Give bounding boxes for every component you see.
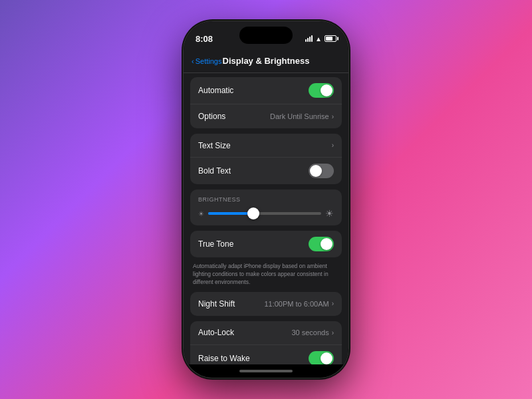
lock-group: Auto-Lock 30 seconds › Raise to Wake bbox=[190, 321, 342, 364]
brightness-label: BRIGHTNESS bbox=[198, 196, 334, 203]
night-shift-right: 11:00PM to 6:00AM › bbox=[264, 300, 334, 308]
back-button[interactable]: ‹ Settings bbox=[192, 57, 221, 65]
auto-lock-right: 30 seconds › bbox=[291, 329, 334, 336]
night-shift-group: Night Shift 11:00PM to 6:00AM › bbox=[190, 292, 342, 316]
night-shift-chevron-icon: › bbox=[332, 300, 334, 307]
options-chevron-icon: › bbox=[332, 113, 334, 120]
options-label: Options bbox=[198, 112, 225, 121]
battery-icon bbox=[325, 35, 336, 42]
settings-content[interactable]: Automatic Options Dark Until Sunrise › T… bbox=[184, 73, 348, 364]
appearance-group: Automatic Options Dark Until Sunrise › bbox=[190, 77, 342, 128]
bold-text-row[interactable]: Bold Text bbox=[190, 158, 342, 184]
nav-bar: ‹ Settings Display & Brightness bbox=[184, 49, 348, 73]
options-row[interactable]: Options Dark Until Sunrise › bbox=[190, 104, 342, 128]
raise-to-wake-toggle[interactable] bbox=[309, 351, 334, 364]
options-value: Dark Until Sunrise bbox=[270, 112, 329, 120]
phone-frame: 8:08 ▲ ‹ Settings Display & bbox=[184, 21, 348, 378]
auto-lock-label: Auto-Lock bbox=[198, 328, 234, 337]
raise-to-wake-label: Raise to Wake bbox=[198, 354, 250, 363]
status-time: 8:08 bbox=[196, 34, 213, 44]
brightness-slider-container[interactable]: ☀ ☀ bbox=[198, 208, 334, 219]
brightness-slider-fill bbox=[208, 212, 253, 215]
auto-lock-chevron-icon: › bbox=[332, 329, 334, 336]
signal-icon bbox=[305, 35, 313, 42]
text-size-row[interactable]: Text Size › bbox=[190, 134, 342, 158]
true-tone-label: True Tone bbox=[198, 239, 233, 249]
automatic-label: Automatic bbox=[198, 86, 233, 95]
page-title: Display & Brightness bbox=[223, 56, 310, 66]
night-shift-row[interactable]: Night Shift 11:00PM to 6:00AM › bbox=[190, 292, 342, 316]
brightness-slider-thumb[interactable] bbox=[247, 207, 259, 219]
auto-lock-row[interactable]: Auto-Lock 30 seconds › bbox=[190, 321, 342, 345]
chevron-left-icon: ‹ bbox=[192, 57, 194, 65]
text-size-label: Text Size bbox=[198, 141, 231, 150]
sun-small-icon: ☀ bbox=[198, 210, 204, 217]
sun-large-icon: ☀ bbox=[325, 208, 334, 219]
bold-text-label: Bold Text bbox=[198, 166, 231, 176]
brightness-section: BRIGHTNESS ☀ ☀ bbox=[190, 190, 342, 225]
true-tone-group: True Tone bbox=[190, 231, 342, 257]
automatic-toggle[interactable] bbox=[309, 83, 334, 98]
night-shift-value: 11:00PM to 6:00AM bbox=[264, 300, 329, 308]
text-group: Text Size › Bold Text bbox=[190, 134, 342, 184]
wifi-icon: ▲ bbox=[315, 35, 322, 43]
status-bar: 8:08 ▲ bbox=[184, 21, 348, 49]
automatic-row[interactable]: Automatic bbox=[190, 77, 342, 104]
auto-lock-value: 30 seconds bbox=[291, 329, 329, 336]
text-size-chevron-icon: › bbox=[332, 142, 334, 149]
home-bar bbox=[239, 370, 293, 372]
true-tone-row[interactable]: True Tone bbox=[190, 231, 342, 257]
night-shift-label: Night Shift bbox=[198, 299, 235, 309]
home-indicator[interactable] bbox=[184, 364, 348, 378]
dynamic-island bbox=[239, 27, 293, 44]
options-value-group: Dark Until Sunrise › bbox=[270, 112, 334, 120]
true-tone-description: Automatically adapt iPhone display based… bbox=[184, 263, 348, 292]
brightness-slider-track[interactable] bbox=[208, 212, 321, 215]
status-icons: ▲ bbox=[305, 35, 336, 43]
true-tone-toggle[interactable] bbox=[309, 237, 334, 251]
back-label: Settings bbox=[196, 57, 222, 65]
raise-to-wake-row[interactable]: Raise to Wake bbox=[190, 345, 342, 364]
bold-text-toggle[interactable] bbox=[309, 164, 334, 178]
text-size-right: › bbox=[332, 142, 334, 149]
phone-screen: 8:08 ▲ ‹ Settings Display & bbox=[184, 21, 348, 378]
